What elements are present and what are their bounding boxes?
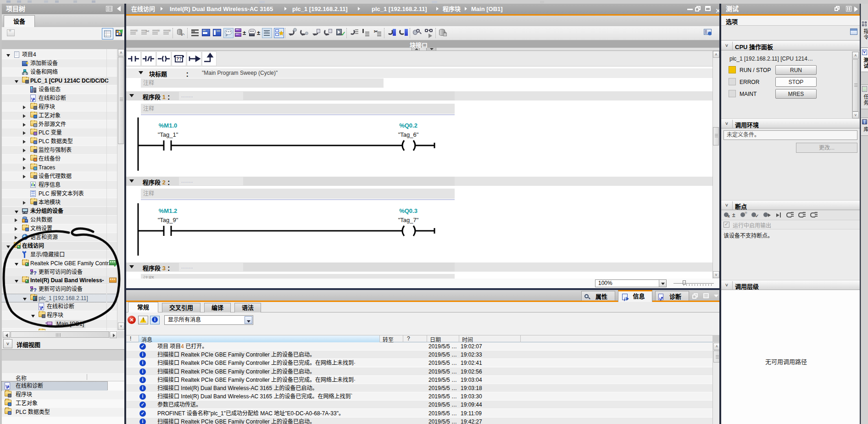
svg-text:??: ??: [176, 56, 182, 61]
